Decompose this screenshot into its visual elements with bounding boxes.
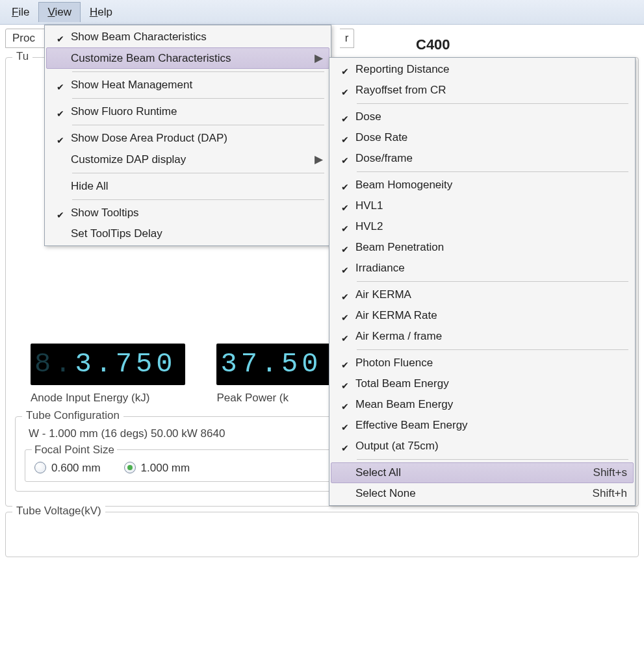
sub-dose-rate[interactable]: Dose Rate [331,127,634,148]
separator [72,199,324,200]
gauge-anode-energy: 8.3.750 Anode Input Energy (kJ) [31,344,185,405]
separator [357,459,628,460]
sub-effective-beam-energy[interactable]: Effective Beam Energy [331,415,634,436]
separator [72,98,324,99]
sub-total-beam-energy[interactable]: Total Beam Energy [331,373,634,394]
menu-file[interactable]: File [3,2,38,23]
menu-customize-beam[interactable]: Customize Beam Characteristics ▶ [46,47,329,69]
check-icon [341,181,350,190]
radio-fp-0600[interactable]: 0.600 mm [34,462,101,475]
separator [357,103,628,104]
sub-beam-penetration[interactable]: Beam Penetration [331,237,634,258]
sub-air-kerma-rate[interactable]: Air KERMA Rate [331,305,634,326]
menu-show-dap[interactable]: Show Dose Area Product (DAP) [46,128,329,149]
label-anode-energy: Anode Input Energy (kJ) [31,392,185,405]
separator [72,71,324,72]
lcd-anode-energy: 8.3.750 [31,344,185,385]
menu-show-heat[interactable]: Show Heat Management [46,75,329,95]
menu-show-beam[interactable]: Show Beam Characteristics [46,27,329,47]
sub-hvl1[interactable]: HVL1 [331,195,634,216]
separator [357,281,628,282]
check-icon [57,134,66,143]
check-icon [341,358,350,368]
sub-reporting-distance[interactable]: Reporting Distance [331,59,634,80]
check-icon [341,65,350,74]
check-icon [341,379,350,388]
sub-hvl2[interactable]: HVL2 [331,216,634,237]
beam-submenu: Reporting Distance Rayoffset from CR Dos… [329,57,636,506]
sub-dose[interactable]: Dose [331,107,634,127]
menu-help[interactable]: Help [81,2,122,23]
check-icon [341,489,350,498]
menu-show-tooltips[interactable]: Show Tooltips [46,203,329,223]
check-icon [57,107,66,116]
sub-select-all[interactable]: Select All Shift+s [331,462,634,483]
check-icon [341,421,350,430]
menu-customize-dap[interactable]: Customize DAP display ▶ [46,149,329,170]
check-icon [341,400,350,409]
check-icon [341,468,350,477]
sub-select-none[interactable]: Select None Shift+h [331,483,634,504]
check-icon [341,311,350,320]
menu-set-tooltip-delay[interactable]: Set ToolTips Delay [46,223,329,244]
check-icon [341,332,350,341]
separator [357,171,628,172]
check-icon [341,442,350,451]
separator [72,125,324,125]
tab-right-partial[interactable]: r [340,29,355,48]
label-peak-power: Peak Power (k [216,392,331,405]
focal-point-legend: Focal Point Size [32,444,117,457]
lcd-peak-power: 37.50 [216,344,331,385]
check-icon [341,86,350,95]
sub-photon-fluence[interactable]: Photon Fluence [331,353,634,373]
separator [357,349,628,350]
check-icon [57,54,66,63]
menu-hide-all[interactable]: Hide All [46,176,329,197]
check-icon [57,229,66,238]
sub-rayoffset[interactable]: Rayoffset from CR [331,80,634,101]
sub-beam-homogeneity[interactable]: Beam Homogeneity [331,175,634,195]
check-icon [57,182,66,191]
header-partial: C400 [416,36,450,53]
shortcut: Shift+s [593,466,627,479]
check-icon [341,154,350,163]
sub-air-kerma[interactable]: Air KERMA [331,284,634,305]
check-icon [341,201,350,210]
check-icon [57,208,66,218]
tab-left-partial[interactable]: Proc [5,29,47,48]
tube-voltage-group: Tube Voltage(kV) [5,512,639,557]
sub-dose-frame[interactable]: Dose/frame [331,148,634,169]
chevron-right-icon: ▶ [315,153,323,166]
tube-config-legend: Tube Configuration [22,409,123,422]
check-icon [341,290,350,299]
shortcut: Shift+h [593,487,627,500]
check-icon [57,81,66,90]
sub-output-75[interactable]: Output (at 75cm) [331,436,634,457]
chevron-right-icon: ▶ [315,51,323,65]
sub-irradiance[interactable]: Irradiance [331,258,634,279]
tube-group-legend: Tu [12,50,32,63]
tube-voltage-legend: Tube Voltage(kV) [12,505,105,518]
check-icon [341,243,350,252]
check-icon [341,112,350,121]
check-icon [57,155,66,164]
menubar: File View Help [0,0,644,25]
view-dropdown: Show Beam Characteristics Customize Beam… [44,25,331,246]
separator [72,173,324,173]
menu-view[interactable]: View [38,2,81,22]
gauge-peak-power: 37.50 Peak Power (k [216,344,331,405]
check-icon [341,264,350,273]
sub-air-kerma-frame[interactable]: Air Kerma / frame [331,326,634,347]
radio-fp-1000[interactable]: 1.000 mm [124,462,190,475]
check-icon [341,133,350,142]
check-icon [341,222,350,231]
sub-mean-beam-energy[interactable]: Mean Beam Energy [331,394,634,415]
check-icon [57,32,66,42]
menu-show-fluoro[interactable]: Show Fluoro Runtime [46,101,329,122]
